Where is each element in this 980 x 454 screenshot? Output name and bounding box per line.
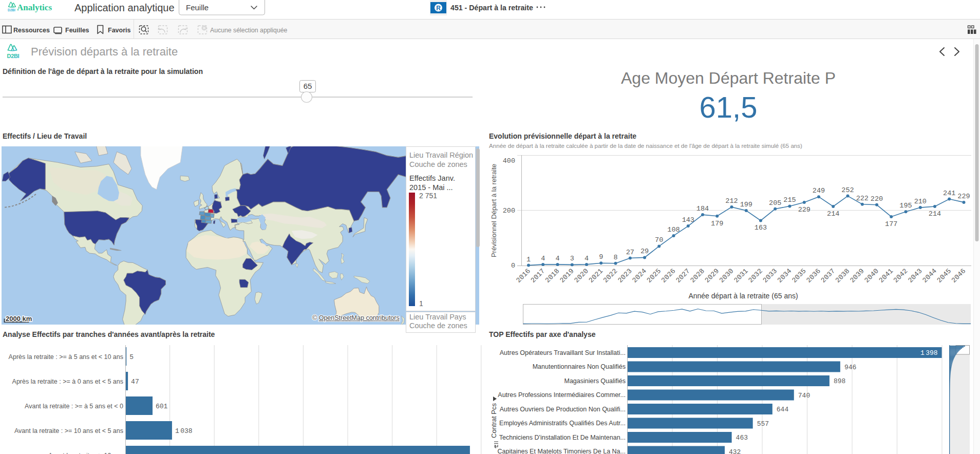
svg-text:Avant la retraite : > 10 ans: Avant la retraite : > 10 ans xyxy=(48,452,123,454)
svg-text:601: 601 xyxy=(156,403,168,410)
svg-text:400: 400 xyxy=(503,157,515,165)
svg-text:TOP Effectifs par axe d'analys: TOP Effectifs par axe d'analyse xyxy=(489,330,596,338)
svg-text:Aucune sélection appliquée: Aucune sélection appliquée xyxy=(210,27,288,34)
svg-text:© OpenStreetMap contributors: © OpenStreetMap contributors xyxy=(312,314,400,321)
svg-text:Feuilles: Feuilles xyxy=(65,27,89,34)
svg-text:200: 200 xyxy=(503,207,515,215)
svg-text:Prévision départs à la retrait: Prévision départs à la retraite xyxy=(31,45,178,58)
svg-text:Techniciens D'installation Et: Techniciens D'installation Et De Mainten… xyxy=(499,434,626,441)
svg-text:Année départ à la retraite (65: Année départ à la retraite (65 ans) xyxy=(688,292,798,300)
svg-text:3: 3 xyxy=(570,255,574,262)
svg-text:Analytics: Analytics xyxy=(17,3,52,12)
svg-text:195: 195 xyxy=(899,202,912,210)
svg-text:Effectifs Janv.: Effectifs Janv. xyxy=(409,174,455,182)
svg-text:Autres Professions Intermédiai: Autres Professions Intermédiaires Commer… xyxy=(498,391,626,399)
svg-text:Feuille: Feuille xyxy=(186,3,209,12)
svg-text:163: 163 xyxy=(755,224,767,232)
svg-text:2000 km: 2000 km xyxy=(6,315,32,323)
svg-text:249: 249 xyxy=(813,187,825,195)
svg-text:463: 463 xyxy=(736,434,748,442)
svg-text:Age Moyen Départ Retraite P: Age Moyen Départ Retraite P xyxy=(621,69,836,87)
svg-text:252: 252 xyxy=(841,186,854,194)
svg-text:70: 70 xyxy=(655,236,663,244)
svg-text:0: 0 xyxy=(511,262,515,270)
svg-text:557: 557 xyxy=(757,420,769,428)
svg-text:214: 214 xyxy=(827,210,839,218)
svg-text:D2BI: D2BI xyxy=(8,8,15,12)
svg-text:Effectifs / Lieu de Travail: Effectifs / Lieu de Travail xyxy=(3,132,87,140)
svg-text:Autres Opérateurs Travaillant: Autres Opérateurs Travaillant Sur Instal… xyxy=(500,349,626,356)
svg-text:898: 898 xyxy=(834,377,845,385)
svg-text:143: 143 xyxy=(682,216,694,224)
svg-text:Lieu Travail Région: Lieu Travail Région xyxy=(409,151,473,159)
svg-text:229: 229 xyxy=(957,193,970,200)
svg-text:Avant la retraite : >= 10 ans: Avant la retraite : >= 10 ans et < 5 ans xyxy=(14,427,123,434)
svg-text:Analyse Effectifs par tranches: Analyse Effectifs par tranches d'années … xyxy=(3,330,215,338)
svg-text:210: 210 xyxy=(914,198,927,205)
svg-text:220: 220 xyxy=(871,195,883,203)
svg-text:Ressources: Ressources xyxy=(13,27,50,34)
svg-text:Capitaines Et Matelots Timonie: Capitaines Et Matelots Timoniers De La N… xyxy=(498,448,626,454)
svg-text:184: 184 xyxy=(696,205,709,213)
svg-text:108: 108 xyxy=(667,226,680,234)
svg-text:451 - Départ à la retraite: 451 - Départ à la retraite xyxy=(450,4,533,12)
svg-text:Couche de zones: Couche de zones xyxy=(409,321,467,330)
svg-text:Lieu Travail Pays: Lieu Travail Pays xyxy=(409,313,466,321)
svg-text:2 751: 2 751 xyxy=(419,192,437,200)
svg-text:5: 5 xyxy=(129,353,134,361)
svg-text:432: 432 xyxy=(729,448,741,454)
svg-text:29: 29 xyxy=(640,248,649,255)
svg-text:2015 - Mai ...: 2015 - Mai ... xyxy=(409,183,453,192)
svg-text:D2BI: D2BI xyxy=(7,53,20,59)
svg-text:241: 241 xyxy=(943,190,955,197)
svg-text:Prévisionnel Départ à la retra: Prévisionnel Départ à la retraite xyxy=(490,164,498,257)
svg-text:Evolution prévisionnelle dépar: Evolution prévisionnelle départ à la ret… xyxy=(489,132,636,140)
svg-text:212: 212 xyxy=(725,197,738,205)
svg-text:Magasiniers Qualifiés: Magasiniers Qualifiés xyxy=(564,377,626,385)
svg-text:222: 222 xyxy=(856,195,869,202)
svg-text:4: 4 xyxy=(585,255,589,262)
svg-text:740: 740 xyxy=(798,392,810,400)
svg-text:8: 8 xyxy=(613,254,617,261)
svg-text:1038: 1038 xyxy=(175,427,193,435)
svg-text:Employés Administratifs Qualif: Employés Administratifs Qualifiés Des Au… xyxy=(499,420,626,427)
svg-text:205: 205 xyxy=(769,199,781,207)
svg-text:Autres Ouvriers De Production: Autres Ouvriers De Production Non Qualif… xyxy=(500,406,626,413)
svg-text:946: 946 xyxy=(844,364,856,371)
svg-text:644: 644 xyxy=(777,406,789,413)
svg-text:1398: 1398 xyxy=(920,349,938,357)
svg-text:Application analytique: Application analytique xyxy=(74,2,175,13)
svg-text:1: 1 xyxy=(419,299,423,308)
svg-text:Favoris: Favoris xyxy=(108,27,131,34)
svg-text:214: 214 xyxy=(929,210,941,218)
svg-text:179: 179 xyxy=(711,220,723,228)
svg-text:Définition de l'âge de départ: Définition de l'âge de départ à la retra… xyxy=(3,67,203,75)
svg-text:Couche de zones: Couche de zones xyxy=(409,160,467,168)
svg-text:65: 65 xyxy=(304,82,312,90)
svg-text:199: 199 xyxy=(740,201,752,209)
svg-text:215: 215 xyxy=(783,196,796,204)
svg-text:Après la retraite : >= à 5 ans: Après la retraite : >= à 5 ans et < 10 a… xyxy=(9,353,123,361)
svg-text:177: 177 xyxy=(885,220,897,228)
svg-text:9: 9 xyxy=(599,253,603,261)
svg-text:Manutentionnaires Non Qualifié: Manutentionnaires Non Qualifiés xyxy=(533,363,626,370)
svg-text:27: 27 xyxy=(626,249,634,256)
svg-text:4: 4 xyxy=(541,255,545,262)
svg-text:229: 229 xyxy=(798,206,811,214)
svg-text:Contrat Pcs: Contrat Pcs xyxy=(490,403,498,438)
svg-text:Après la retraite : >= à 0 ans: Après la retraite : >= à 0 ans et < 5 an… xyxy=(12,378,123,385)
svg-text:61,5: 61,5 xyxy=(700,90,758,124)
svg-text:Avant la retraite : >= à 5 ans: Avant la retraite : >= à 5 ans et < 0 xyxy=(25,403,123,410)
svg-text:1: 1 xyxy=(526,256,531,263)
svg-text:Année de départ à la retraite: Année de départ à la retraite calculée à… xyxy=(489,142,802,149)
svg-text:R: R xyxy=(436,5,441,12)
svg-text:4: 4 xyxy=(555,255,559,262)
svg-text:47: 47 xyxy=(131,378,139,386)
